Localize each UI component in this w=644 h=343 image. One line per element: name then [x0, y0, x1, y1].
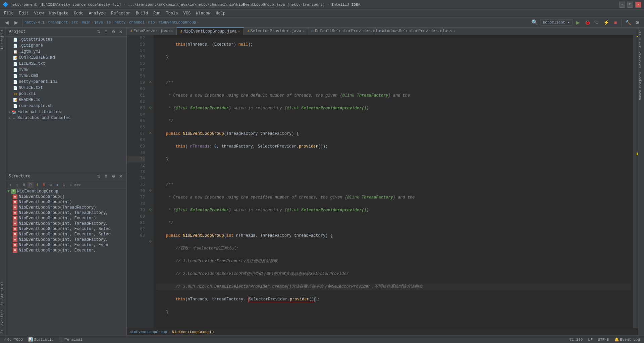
file-nettypariml[interactable]: 📄 netty-parent.iml [6, 79, 126, 85]
tab-defaultselectorprovider[interactable]: C DefaultSelectorProvider.class ✕ [308, 27, 375, 35]
bc-class[interactable]: NioEventLoopGroup [158, 20, 196, 24]
menu-code[interactable]: Code [71, 10, 86, 16]
method-10[interactable]: m NioEventLoopGroup(int, Executor, Even [6, 242, 126, 248]
method-5[interactable]: m NioEventLoopGroup(int, Executor) [6, 216, 126, 221]
struct-btn-u[interactable]: u [48, 182, 54, 188]
file-contributing[interactable]: 📝 CONTRIBUTING.md [6, 55, 126, 61]
file-license[interactable]: 📄 LICENSE.txt [6, 61, 126, 67]
search-everywhere-button[interactable]: 🔍 [531, 18, 539, 26]
terminal-button[interactable]: ⬛ Terminal [58, 337, 84, 342]
menu-analyze[interactable]: Analyze [86, 10, 108, 16]
maximize-button[interactable]: □ [627, 2, 633, 8]
ant-build-label[interactable]: Ant Build [638, 27, 644, 50]
todo-button[interactable]: ✓ 6: TODO [3, 337, 24, 342]
struct-expand-button[interactable]: >>> [74, 182, 80, 188]
method-9[interactable]: m NioEventLoopGroup(int, ThreadFactory, [6, 237, 126, 242]
file-notice[interactable]: 📄 NOTICE.txt [6, 85, 126, 91]
file-gitattributes[interactable]: 📄 .gitattributes [6, 37, 126, 43]
method-8[interactable]: m NioEventLoopGroup(int, Executor, Selec [6, 232, 126, 237]
project-sort-button[interactable]: ⇅ [96, 29, 102, 35]
file-runexample[interactable]: 📄 run-example.sh [6, 103, 126, 109]
close-icon[interactable]: ✕ [453, 29, 455, 33]
favorites-tab-label[interactable]: 2: Favorites [0, 307, 6, 336]
build-button[interactable]: 🔨 [624, 18, 632, 26]
structure-sort1-button[interactable]: ⇅ [96, 173, 102, 179]
close-icon[interactable]: ✕ [171, 29, 173, 33]
method-1[interactable]: m NioEventLoopGroup() [6, 194, 126, 199]
database-label[interactable]: Database [638, 50, 644, 70]
scratches-item[interactable]: ▶ ✏ Scratches and Consoles [6, 115, 126, 121]
bc-src[interactable]: src [71, 20, 78, 24]
menu-run[interactable]: Run [151, 10, 163, 16]
method-3[interactable]: m NioEventLoopGroup(ThreadFactory) [6, 205, 126, 210]
structure-close-button[interactable]: ✕ [118, 173, 124, 179]
menu-edit[interactable]: Edit [16, 10, 32, 16]
close-icon[interactable]: ✕ [238, 30, 240, 34]
struct-class-item[interactable]: ▼ C NioEventLoopGroup [6, 189, 126, 194]
project-close-button[interactable]: ✕ [118, 29, 124, 35]
file-lgtmyml[interactable]: 📋 .lgtm.yml [6, 49, 126, 55]
menu-vcs[interactable]: VCS [181, 10, 194, 16]
menu-refactor[interactable]: Refactor [108, 10, 133, 16]
menu-tools[interactable]: Tools [163, 10, 181, 16]
bc-io[interactable]: io [107, 20, 111, 24]
bc-channel[interactable]: channel [129, 20, 145, 24]
external-libraries-item[interactable]: ▶ 📚 External Libraries [6, 109, 126, 115]
sort-alpha-button[interactable]: ↕ [7, 182, 13, 188]
method-2[interactable]: m NioEventLoopGroup(int) [6, 199, 126, 205]
structure-settings-button[interactable]: ⚙ [110, 173, 116, 179]
line-ending-indicator[interactable]: LF [587, 338, 594, 342]
structure-tab-label[interactable]: Z: Structure [0, 279, 6, 307]
struct-btn-eq[interactable]: = [68, 182, 74, 188]
method-6[interactable]: m NioEventLoopGroup(int, ThreadFactory, [6, 221, 126, 226]
menu-view[interactable]: View [32, 10, 47, 16]
back-button[interactable]: ◀ [3, 18, 11, 26]
code-content[interactable]: this(nThreads, (Executor) null); } /** *… [154, 35, 633, 328]
bc-nio[interactable]: nio [148, 20, 155, 24]
tab-nioeventloopgroup[interactable]: J NioEventLoopGroup.java ✕ [177, 27, 244, 35]
close-button[interactable]: ✕ [635, 2, 641, 8]
menu-build[interactable]: Build [133, 10, 151, 16]
bc-netty41[interactable]: netty-4.1 [24, 20, 44, 24]
profile-button[interactable]: ⚡ [602, 18, 610, 26]
struct-btn-lambda[interactable]: λ [61, 182, 67, 188]
menu-help[interactable]: Help [213, 10, 228, 16]
project-collapse-button[interactable]: ⊟ [103, 29, 109, 35]
bc-method[interactable]: NioEventLoopGroup() [172, 330, 214, 334]
tab-windowsselectorprovider[interactable]: C WindowsSelectorProvider.class ✕ [375, 27, 442, 35]
file-readme[interactable]: 📝 README.md [6, 97, 126, 103]
encoding-indicator[interactable]: UTF-8 [597, 338, 610, 342]
struct-btn3[interactable]: ⬆ [21, 182, 27, 188]
bc-netty[interactable]: netty [114, 20, 125, 24]
close-icon[interactable]: ✕ [303, 29, 305, 33]
menu-window[interactable]: Window [193, 10, 213, 16]
run-button[interactable]: ▶ [574, 18, 582, 26]
stop-button[interactable]: ■ [611, 18, 620, 26]
file-gitignore[interactable]: 📄 .gitignore [6, 43, 126, 49]
file-pomxml[interactable]: 🗂 pom.xml [6, 91, 126, 97]
struct-btn-dot[interactable]: ● [54, 182, 60, 188]
bc-transport[interactable]: transport [48, 20, 68, 24]
bc-java[interactable]: java [94, 20, 103, 24]
bc-main[interactable]: main [82, 20, 90, 24]
project-tab-label[interactable]: 1: Project [0, 27, 6, 52]
structure-sort2-button[interactable]: ⇳ [103, 173, 109, 179]
event-log-button[interactable]: 🔔 Event Log [613, 337, 641, 342]
run-config-selector[interactable]: EchoClient ▾ [540, 19, 573, 25]
method-11[interactable]: m NioEventLoopGroup(int, Executor, [6, 248, 126, 253]
tab-selectorprovider[interactable]: J SelectorProvider.java ✕ [244, 27, 308, 35]
scroll-indicator-strip[interactable] [633, 35, 638, 328]
menu-file[interactable]: File [1, 10, 16, 16]
statistic-button[interactable]: 📊 Statistic [27, 337, 55, 342]
menu-navigate[interactable]: Navigate [46, 10, 71, 16]
bc-class[interactable]: NioEventLoopGroup [129, 330, 167, 334]
tab-echoserver[interactable]: J EchoServer.java ✕ [127, 27, 177, 35]
forward-button[interactable]: ▶ [12, 18, 20, 26]
maven-label[interactable]: Maven Projects [638, 70, 644, 102]
file-mvnwcmd[interactable]: 📄 mvnw.cmd [6, 73, 126, 79]
method-4[interactable]: m NioEventLoopGroup(int, ThreadFactory, [6, 210, 126, 216]
debug-button[interactable]: 🐞 [583, 18, 591, 26]
file-mvnw[interactable]: 📄 mvnw [6, 67, 126, 73]
coverage-button[interactable]: 🛡 [593, 18, 601, 26]
sort-type-button[interactable]: ↨ [14, 182, 20, 188]
